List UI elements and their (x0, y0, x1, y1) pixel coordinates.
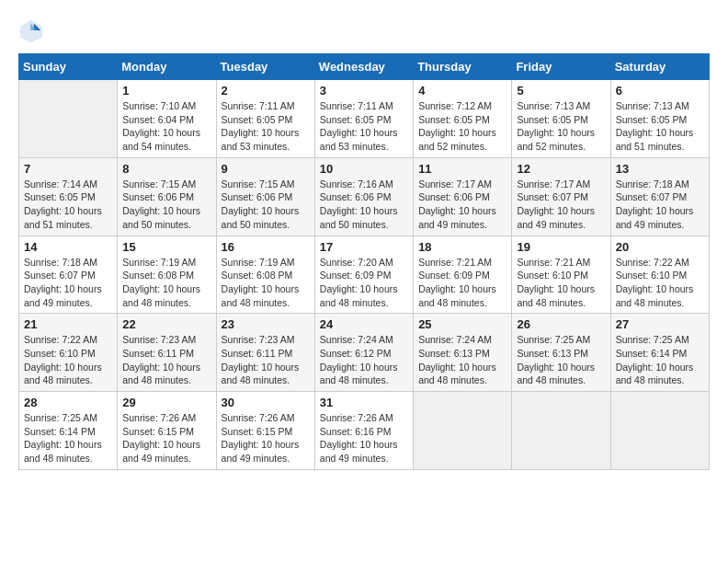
day-number: 16 (222, 240, 310, 254)
calendar-cell: 1Sunrise: 7:10 AMSunset: 6:04 PMDaylight… (118, 80, 216, 158)
day-number: 18 (418, 240, 506, 254)
day-number: 14 (24, 240, 112, 254)
calendar-cell: 30Sunrise: 7:26 AMSunset: 6:15 PMDayligh… (216, 392, 314, 470)
calendar-cell: 28Sunrise: 7:25 AMSunset: 6:14 PMDayligh… (19, 392, 118, 470)
calendar-cell: 9Sunrise: 7:15 AMSunset: 6:06 PMDaylight… (216, 157, 314, 236)
day-number: 12 (517, 162, 605, 176)
calendar-cell: 2Sunrise: 7:11 AMSunset: 6:05 PMDaylight… (216, 80, 314, 158)
day-info: Sunrise: 7:17 AMSunset: 6:07 PMDaylight:… (517, 178, 605, 232)
day-number: 20 (616, 240, 704, 254)
day-number: 22 (122, 317, 210, 331)
day-number: 4 (418, 84, 506, 98)
day-info: Sunrise: 7:26 AMSunset: 6:16 PMDaylight:… (320, 411, 408, 465)
calendar-cell (414, 392, 512, 470)
day-info: Sunrise: 7:18 AMSunset: 6:07 PMDaylight:… (24, 256, 112, 310)
day-of-week-header: Tuesday (216, 54, 314, 80)
day-number: 13 (616, 162, 704, 176)
day-info: Sunrise: 7:16 AMSunset: 6:06 PMDaylight:… (320, 178, 408, 232)
day-info: Sunrise: 7:15 AMSunset: 6:06 PMDaylight:… (122, 178, 210, 232)
day-of-week-header: Wednesday (314, 54, 413, 80)
day-number: 3 (320, 84, 408, 98)
logo (18, 18, 48, 44)
calendar-cell: 19Sunrise: 7:21 AMSunset: 6:10 PMDayligh… (512, 236, 610, 314)
day-number: 15 (122, 240, 210, 254)
day-info: Sunrise: 7:23 AMSunset: 6:11 PMDaylight:… (222, 333, 310, 387)
day-info: Sunrise: 7:24 AMSunset: 6:12 PMDaylight:… (320, 333, 408, 387)
day-of-week-header: Saturday (610, 54, 709, 80)
day-info: Sunrise: 7:19 AMSunset: 6:08 PMDaylight:… (222, 256, 310, 310)
day-info: Sunrise: 7:22 AMSunset: 6:10 PMDaylight:… (24, 333, 112, 387)
day-info: Sunrise: 7:11 AMSunset: 6:05 PMDaylight:… (320, 99, 408, 154)
calendar-cell: 7Sunrise: 7:14 AMSunset: 6:05 PMDaylight… (19, 157, 118, 236)
day-info: Sunrise: 7:21 AMSunset: 6:09 PMDaylight:… (418, 256, 506, 310)
calendar-table: SundayMondayTuesdayWednesdayThursdayFrid… (18, 53, 710, 470)
calendar-week-row: 7Sunrise: 7:14 AMSunset: 6:05 PMDaylight… (19, 157, 710, 236)
day-info: Sunrise: 7:25 AMSunset: 6:14 PMDaylight:… (616, 333, 704, 387)
day-info: Sunrise: 7:21 AMSunset: 6:10 PMDaylight:… (517, 256, 605, 310)
calendar-cell (512, 392, 610, 470)
calendar-cell: 6Sunrise: 7:13 AMSunset: 6:05 PMDaylight… (610, 80, 709, 158)
day-info: Sunrise: 7:12 AMSunset: 6:05 PMDaylight:… (418, 99, 506, 154)
calendar-cell: 4Sunrise: 7:12 AMSunset: 6:05 PMDaylight… (414, 80, 512, 158)
day-info: Sunrise: 7:26 AMSunset: 6:15 PMDaylight:… (222, 411, 310, 465)
calendar-cell: 17Sunrise: 7:20 AMSunset: 6:09 PMDayligh… (314, 236, 413, 314)
calendar-cell: 25Sunrise: 7:24 AMSunset: 6:13 PMDayligh… (414, 314, 512, 392)
day-number: 29 (122, 396, 210, 409)
day-info: Sunrise: 7:23 AMSunset: 6:11 PMDaylight:… (122, 333, 210, 387)
day-info: Sunrise: 7:14 AMSunset: 6:05 PMDaylight:… (24, 178, 112, 232)
day-of-week-header: Sunday (19, 54, 118, 80)
calendar-cell: 15Sunrise: 7:19 AMSunset: 6:08 PMDayligh… (118, 236, 216, 314)
day-number: 26 (517, 317, 605, 331)
day-info: Sunrise: 7:13 AMSunset: 6:05 PMDaylight:… (517, 99, 605, 154)
calendar-cell: 21Sunrise: 7:22 AMSunset: 6:10 PMDayligh… (19, 314, 118, 392)
day-number: 24 (320, 317, 408, 331)
day-number: 9 (222, 162, 310, 176)
day-info: Sunrise: 7:13 AMSunset: 6:05 PMDaylight:… (616, 99, 704, 154)
day-number: 5 (517, 84, 605, 98)
day-of-week-header: Thursday (414, 54, 512, 80)
calendar-cell (19, 80, 118, 158)
day-number: 7 (24, 162, 112, 176)
day-info: Sunrise: 7:18 AMSunset: 6:07 PMDaylight:… (616, 178, 704, 232)
day-number: 6 (616, 84, 704, 98)
calendar-cell: 29Sunrise: 7:26 AMSunset: 6:15 PMDayligh… (118, 392, 216, 470)
day-number: 25 (418, 317, 506, 331)
calendar-cell: 8Sunrise: 7:15 AMSunset: 6:06 PMDaylight… (118, 157, 216, 236)
calendar-cell: 14Sunrise: 7:18 AMSunset: 6:07 PMDayligh… (19, 236, 118, 314)
day-info: Sunrise: 7:24 AMSunset: 6:13 PMDaylight:… (418, 333, 506, 387)
calendar-cell: 11Sunrise: 7:17 AMSunset: 6:06 PMDayligh… (414, 157, 512, 236)
calendar-cell: 27Sunrise: 7:25 AMSunset: 6:14 PMDayligh… (610, 314, 709, 392)
calendar-week-row: 28Sunrise: 7:25 AMSunset: 6:14 PMDayligh… (19, 392, 710, 470)
day-info: Sunrise: 7:19 AMSunset: 6:08 PMDaylight:… (122, 256, 210, 310)
calendar-cell: 22Sunrise: 7:23 AMSunset: 6:11 PMDayligh… (118, 314, 216, 392)
day-number: 21 (24, 317, 112, 331)
calendar-cell: 24Sunrise: 7:24 AMSunset: 6:12 PMDayligh… (314, 314, 413, 392)
day-of-week-header: Friday (512, 54, 610, 80)
calendar-cell: 5Sunrise: 7:13 AMSunset: 6:05 PMDaylight… (512, 80, 610, 158)
day-number: 19 (517, 240, 605, 254)
logo-icon (18, 18, 44, 44)
page-header (18, 18, 710, 44)
calendar-cell: 26Sunrise: 7:25 AMSunset: 6:13 PMDayligh… (512, 314, 610, 392)
calendar-cell: 18Sunrise: 7:21 AMSunset: 6:09 PMDayligh… (414, 236, 512, 314)
day-number: 30 (222, 396, 310, 409)
day-info: Sunrise: 7:26 AMSunset: 6:15 PMDaylight:… (122, 411, 210, 465)
day-of-week-header: Monday (118, 54, 216, 80)
calendar-cell: 10Sunrise: 7:16 AMSunset: 6:06 PMDayligh… (314, 157, 413, 236)
day-info: Sunrise: 7:25 AMSunset: 6:14 PMDaylight:… (24, 411, 112, 465)
day-number: 10 (320, 162, 408, 176)
calendar-cell: 16Sunrise: 7:19 AMSunset: 6:08 PMDayligh… (216, 236, 314, 314)
day-number: 11 (418, 162, 506, 176)
day-info: Sunrise: 7:22 AMSunset: 6:10 PMDaylight:… (616, 256, 704, 310)
calendar-body: 1Sunrise: 7:10 AMSunset: 6:04 PMDaylight… (19, 80, 710, 470)
day-info: Sunrise: 7:10 AMSunset: 6:04 PMDaylight:… (122, 99, 210, 154)
calendar-week-row: 14Sunrise: 7:18 AMSunset: 6:07 PMDayligh… (19, 236, 710, 314)
calendar-week-row: 1Sunrise: 7:10 AMSunset: 6:04 PMDaylight… (19, 80, 710, 158)
calendar-header-row: SundayMondayTuesdayWednesdayThursdayFrid… (19, 54, 710, 80)
svg-marker-0 (20, 20, 42, 42)
day-number: 8 (122, 162, 210, 176)
day-number: 28 (24, 396, 112, 409)
day-number: 17 (320, 240, 408, 254)
calendar-week-row: 21Sunrise: 7:22 AMSunset: 6:10 PMDayligh… (19, 314, 710, 392)
calendar-cell: 12Sunrise: 7:17 AMSunset: 6:07 PMDayligh… (512, 157, 610, 236)
